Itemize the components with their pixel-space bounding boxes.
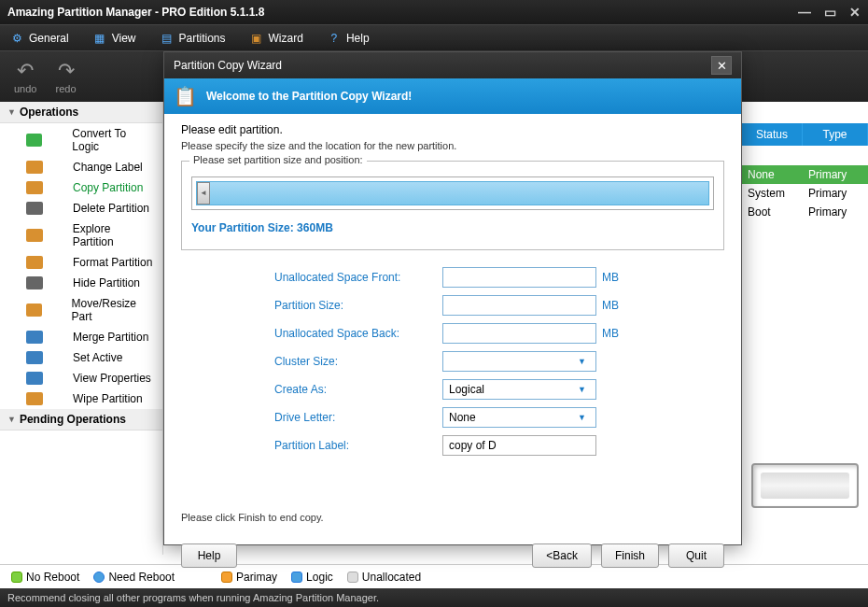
- sidebar-item-change-label[interactable]: Change Label: [0, 157, 162, 177]
- input-unalloc-back[interactable]: [442, 323, 596, 344]
- help-button[interactable]: Help: [181, 543, 237, 568]
- partition-slider[interactable]: [191, 176, 714, 210]
- operation-icon: [26, 181, 43, 194]
- sidebar-item-label: Change Label: [73, 161, 143, 174]
- disk-visual: [751, 463, 859, 508]
- pending-operations-header[interactable]: ▼ Pending Operations: [0, 409, 162, 431]
- operation-icon: [26, 229, 43, 242]
- finish-note: Please click Finish to end copy.: [181, 512, 724, 523]
- operation-icon: [26, 351, 43, 364]
- sidebar-item-label: Move/Resize Part: [72, 297, 153, 323]
- cell-status: Boot: [742, 205, 803, 219]
- undo-icon: ↶: [17, 59, 34, 83]
- menubar: ⚙ General ▦ View ▤ Partitions ▣ Wizard ?…: [0, 24, 868, 50]
- sidebar-item-label: Set Active: [73, 351, 122, 364]
- chevron-down-icon: ▼: [578, 413, 586, 422]
- menu-general[interactable]: ⚙ General: [9, 31, 69, 46]
- chevron-down-icon: ▼: [7, 415, 16, 424]
- unit-mb: MB: [602, 299, 619, 312]
- col-status[interactable]: Status: [742, 123, 803, 146]
- app-title: Amazing Partition Manager - PRO Edition …: [7, 6, 264, 19]
- finish-button[interactable]: Finish: [601, 543, 659, 568]
- sidebar-item-convert-to-logic[interactable]: Convert To Logic: [0, 123, 162, 157]
- sidebar-item-label: Copy Partition: [73, 181, 143, 194]
- wizard-body: Please edit partition. Please specify th…: [164, 114, 741, 532]
- menu-partitions[interactable]: ▤ Partitions: [160, 31, 226, 46]
- select-drive-letter-value: None: [449, 411, 476, 424]
- cell-type: Primary: [803, 205, 868, 219]
- menu-view[interactable]: ▦ View: [92, 31, 136, 46]
- sidebar-item-format-partition[interactable]: Format Partition: [0, 252, 162, 273]
- sidebar-item-merge-partition[interactable]: Merge Partition: [0, 327, 162, 347]
- redo-icon: ↷: [58, 59, 75, 83]
- table-row[interactable]: BootPrimary: [742, 203, 868, 221]
- chevron-down-icon: ▼: [578, 357, 586, 366]
- green-dot-icon: [11, 572, 22, 583]
- wizard-title: Partition Copy Wizard: [174, 59, 282, 72]
- legend-no-reboot: No Reboot: [11, 571, 79, 584]
- minimize-icon[interactable]: —: [798, 5, 811, 20]
- input-partition-size[interactable]: [442, 295, 596, 316]
- operation-icon: [26, 392, 43, 405]
- row-partition-label: Partition Label:: [274, 435, 687, 456]
- sidebar-item-view-properties[interactable]: View Properties: [0, 368, 162, 388]
- partition-size-label: Your Partition Size: 360MB: [191, 218, 714, 238]
- chevron-down-icon: ▼: [578, 385, 586, 394]
- sidebar-item-hide-partition[interactable]: Hide Partition: [0, 273, 162, 293]
- table-row[interactable]: NonePrimary: [742, 165, 868, 184]
- label-unalloc-front: Unallocated Space Front:: [274, 271, 442, 284]
- wizard-header-icon: 📋: [174, 85, 197, 107]
- sidebar-item-explore-partition[interactable]: Explore Partition: [0, 219, 162, 252]
- redo-button[interactable]: ↷ redo: [55, 59, 76, 94]
- wizard-titlebar: Partition Copy Wizard ✕: [164, 52, 741, 78]
- cell-type: Primary: [803, 187, 868, 200]
- select-create-as-value: Logical: [449, 383, 484, 396]
- menu-help[interactable]: ? Help: [327, 31, 370, 46]
- cell-status: None: [742, 168, 803, 181]
- wizard-icon: ▣: [249, 31, 264, 46]
- operations-list: Convert To LogicChange LabelCopy Partiti…: [0, 123, 162, 409]
- select-cluster-size[interactable]: ▼: [442, 351, 596, 372]
- input-unalloc-front[interactable]: [442, 267, 596, 288]
- close-icon[interactable]: ✕: [849, 5, 861, 20]
- view-icon: ▦: [92, 31, 107, 46]
- row-unalloc-front: Unallocated Space Front: MB: [274, 267, 687, 288]
- operations-header[interactable]: ▼ Operations: [0, 102, 162, 123]
- wizard-close-button[interactable]: ✕: [711, 56, 732, 75]
- quit-button[interactable]: Quit: [668, 543, 724, 568]
- legend-need-reboot: Need Reboot: [93, 571, 175, 584]
- operation-icon: [26, 161, 43, 174]
- unit-mb: MB: [602, 327, 619, 340]
- label-cluster-size: Cluster Size:: [274, 355, 442, 368]
- operation-icon: [26, 202, 43, 215]
- slider-handle[interactable]: [197, 182, 210, 205]
- input-partition-label[interactable]: [442, 435, 596, 456]
- menu-help-label: Help: [346, 32, 370, 45]
- operation-icon: [26, 134, 42, 147]
- menu-wizard[interactable]: ▣ Wizard: [249, 31, 303, 46]
- menu-partitions-label: Partitions: [179, 32, 226, 45]
- select-create-as[interactable]: Logical ▼: [442, 379, 596, 400]
- row-partition-size: Partition Size: MB: [274, 295, 687, 316]
- maximize-icon[interactable]: ▭: [824, 5, 836, 20]
- partition-copy-wizard: Partition Copy Wizard ✕ 📋 Welcome to the…: [163, 51, 742, 545]
- sidebar-item-delete-partition[interactable]: Delete Partition: [0, 198, 162, 219]
- back-button[interactable]: <Back: [532, 543, 592, 568]
- wizard-edit-desc: Please specify the size and the location…: [181, 140, 724, 151]
- row-unalloc-back: Unallocated Space Back: MB: [274, 323, 687, 344]
- label-drive-letter: Drive Letter:: [274, 411, 442, 424]
- col-type[interactable]: Type: [803, 123, 868, 146]
- window-controls: — ▭ ✕: [798, 5, 861, 20]
- select-drive-letter[interactable]: None ▼: [442, 407, 596, 428]
- gear-icon: ⚙: [9, 31, 24, 46]
- operation-icon: [26, 276, 43, 289]
- sidebar-item-move-resize-part[interactable]: Move/Resize Part: [0, 293, 162, 327]
- label-create-as: Create As:: [274, 383, 442, 396]
- undo-button[interactable]: ↶ undo: [14, 59, 36, 94]
- sidebar-item-wipe-partition[interactable]: Wipe Partition: [0, 388, 162, 409]
- sidebar-item-set-active[interactable]: Set Active: [0, 347, 162, 368]
- sidebar-item-copy-partition[interactable]: Copy Partition: [0, 177, 162, 198]
- slider-track: [196, 181, 709, 205]
- table-row[interactable]: SystemPrimary: [742, 184, 868, 203]
- wizard-edit-heading: Please edit partition.: [181, 123, 724, 136]
